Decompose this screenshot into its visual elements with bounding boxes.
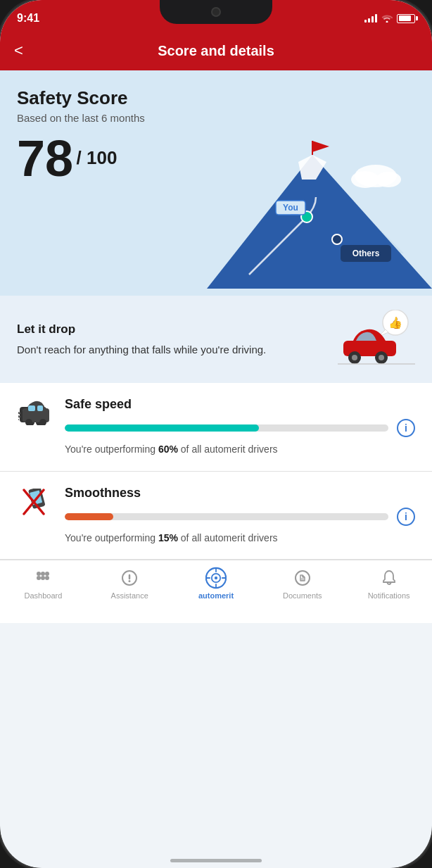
svg-rect-33 bbox=[28, 405, 35, 411]
svg-point-8 bbox=[376, 172, 401, 187]
svg-point-47 bbox=[41, 576, 45, 580]
nav-label-automerit: automerit bbox=[198, 591, 234, 600]
tip-body: Don't reach for anything that falls whil… bbox=[17, 342, 326, 357]
status-time: 9:41 bbox=[17, 12, 39, 25]
stat-content-safe-speed: Safe speed i You're outperforming 60% of… bbox=[65, 397, 415, 457]
stat-title-smoothness: Smoothness bbox=[65, 486, 415, 501]
svg-point-43 bbox=[37, 572, 41, 576]
svg-point-13 bbox=[332, 234, 342, 244]
page-title: Score and details bbox=[158, 43, 274, 59]
stat-bar-fill-smoothness bbox=[65, 513, 113, 520]
tip-text-block: Let it drop Don't reach for anything tha… bbox=[17, 322, 338, 357]
score-subtitle: Based on the last 6 months bbox=[17, 112, 415, 124]
svg-point-51 bbox=[129, 580, 131, 582]
svg-point-46 bbox=[37, 576, 41, 580]
stats-section: Safe speed i You're outperforming 60% of… bbox=[0, 383, 432, 560]
svg-point-7 bbox=[351, 171, 379, 188]
mountain-illustration: You Others bbox=[193, 141, 432, 296]
svg-text:👍: 👍 bbox=[388, 316, 402, 329]
tip-illustration: 👍 bbox=[338, 310, 415, 369]
svg-point-23 bbox=[379, 355, 384, 360]
assistance-icon bbox=[119, 567, 140, 589]
signal-icon bbox=[364, 14, 377, 23]
stat-item-safe-speed: Safe speed i You're outperforming 60% of… bbox=[0, 383, 432, 472]
phone-frame: 9:41 < Score and bbox=[0, 0, 432, 868]
score-title: Safety Score bbox=[17, 87, 415, 109]
nav-item-documents[interactable]: Documents bbox=[259, 567, 345, 600]
battery-icon bbox=[397, 14, 415, 23]
svg-rect-34 bbox=[37, 405, 43, 411]
stat-bar-container-safe-speed: i bbox=[65, 419, 415, 437]
documents-icon bbox=[292, 567, 313, 589]
nav-label-documents: Documents bbox=[283, 591, 322, 600]
automerit-icon bbox=[205, 567, 227, 589]
stat-bar-fill-safe-speed bbox=[65, 424, 259, 432]
nav-label-assistance: Assistance bbox=[111, 591, 148, 600]
bottom-nav: Dashboard Assistance bbox=[0, 560, 432, 623]
score-value: 78 bbox=[17, 130, 73, 187]
home-indicator bbox=[170, 859, 262, 862]
stat-title-safe-speed: Safe speed bbox=[65, 397, 415, 412]
info-icon-smoothness[interactable]: i bbox=[397, 508, 415, 526]
svg-point-45 bbox=[45, 572, 49, 576]
nav-item-assistance[interactable]: Assistance bbox=[87, 567, 173, 600]
notifications-icon bbox=[379, 567, 400, 589]
nav-item-notifications[interactable]: Notifications bbox=[345, 567, 432, 600]
score-section: Safety Score Based on the last 6 months … bbox=[0, 70, 432, 296]
info-icon-safe-speed[interactable]: i bbox=[397, 419, 415, 437]
back-button[interactable]: < bbox=[14, 42, 23, 60]
svg-marker-5 bbox=[312, 141, 329, 152]
main-content: Safety Score Based on the last 6 months … bbox=[0, 70, 432, 623]
dashboard-icon bbox=[32, 567, 53, 589]
score-max: / 100 bbox=[77, 147, 117, 168]
stat-bar-track-smoothness bbox=[65, 513, 388, 520]
stat-bar-container-smoothness: i bbox=[65, 508, 415, 526]
stat-bar-track-safe-speed bbox=[65, 424, 388, 432]
svg-point-44 bbox=[41, 572, 45, 576]
smoothness-icon bbox=[17, 486, 53, 517]
tip-title: Let it drop bbox=[17, 322, 326, 336]
svg-point-48 bbox=[45, 576, 49, 580]
nav-label-dashboard: Dashboard bbox=[24, 591, 62, 600]
notch bbox=[160, 0, 272, 24]
svg-point-54 bbox=[215, 577, 217, 579]
notch-camera bbox=[211, 7, 221, 17]
svg-text:You: You bbox=[283, 203, 298, 213]
tip-section: Let it drop Don't reach for anything tha… bbox=[0, 296, 432, 383]
wifi-icon bbox=[381, 14, 393, 23]
phone-screen: 9:41 < Score and bbox=[0, 0, 432, 868]
app-header: < Score and details bbox=[0, 31, 432, 70]
nav-label-notifications: Notifications bbox=[368, 591, 410, 600]
nav-item-dashboard[interactable]: Dashboard bbox=[0, 567, 87, 600]
stat-item-smoothness: Smoothness i You're outperforming 15% of… bbox=[0, 472, 432, 560]
speed-icon bbox=[17, 397, 53, 425]
stat-content-smoothness: Smoothness i You're outperforming 15% of… bbox=[65, 486, 415, 546]
status-icons bbox=[364, 14, 415, 23]
nav-item-automerit[interactable]: automerit bbox=[173, 567, 260, 600]
svg-point-21 bbox=[352, 355, 357, 360]
svg-point-59 bbox=[296, 571, 310, 585]
stat-description-safe-speed: You're outperforming 60% of all automeri… bbox=[65, 443, 415, 457]
stat-description-smoothness: You're outperforming 15% of all automeri… bbox=[65, 532, 415, 546]
svg-text:Others: Others bbox=[352, 249, 380, 258]
